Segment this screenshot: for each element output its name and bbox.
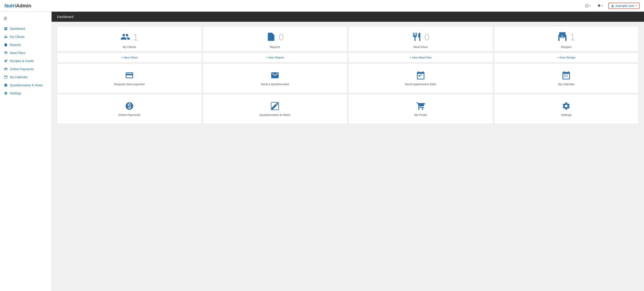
- notes-icon: [4, 84, 8, 87]
- sidebar-label-dashboard: Dashboard: [10, 27, 25, 30]
- envelope-icon: [270, 71, 280, 80]
- sidebar-label-reports: Reports: [10, 43, 21, 47]
- dollar-circle-icon: [125, 102, 134, 110]
- new-report-action[interactable]: + New Report: [203, 52, 348, 62]
- sidebar-item-meal-plans[interactable]: Meal Plans: [0, 49, 51, 57]
- sidebar-label-settings: Settings: [10, 92, 21, 95]
- logo-admin: Admin: [16, 3, 31, 8]
- user-icon: [611, 4, 614, 8]
- send-questionnaire-card[interactable]: Send a Questionnaire: [203, 64, 348, 93]
- meal-plans-label: Meal Plans: [414, 45, 428, 49]
- topnav-right: ? ▾ ▾ example user ▾: [584, 3, 640, 9]
- send-appointment-card[interactable]: Send Appointment Slots: [348, 64, 493, 93]
- settings-action-label: Settings: [561, 113, 572, 116]
- user-menu-button[interactable]: example user ▾: [608, 3, 640, 9]
- recipes-stat-card[interactable]: ✎ 1 Recipes: [494, 26, 639, 52]
- questionnaires-notes-card[interactable]: Questionnaires & Notes: [203, 94, 348, 124]
- action-cards-row2: Request client payment Send a Questionna…: [57, 64, 638, 93]
- my-clients-card-wrapper: 1 My Clients + New Client: [57, 26, 202, 62]
- gear-big-icon: [562, 102, 571, 110]
- calendar-grid-icon: [562, 71, 571, 80]
- meal-plans-stat-card[interactable]: 0 Meal Plans: [348, 26, 493, 52]
- subheader-title: Dashboard: [57, 15, 73, 18]
- my-calendar-action-label: My Calendar: [558, 82, 574, 86]
- sidebar-item-online-payments[interactable]: Online Payments: [0, 65, 51, 73]
- notifications-button[interactable]: ▾: [596, 3, 604, 8]
- sidebar-item-recipes-foods[interactable]: Recipes & Foods: [0, 57, 51, 65]
- subheader: Dashboard: [52, 12, 644, 22]
- my-clients-stat-top: 1: [120, 32, 138, 42]
- my-foods-action-label: My Foods: [414, 113, 427, 116]
- meal-plans-count: 0: [424, 32, 430, 42]
- sidebar-item-my-calendar[interactable]: My Calendar: [0, 73, 51, 81]
- new-meal-plan-action[interactable]: + New Meal Plan: [348, 52, 493, 62]
- recipes-big-icon: ✎: [558, 32, 567, 42]
- my-calendar-card[interactable]: My Calendar: [494, 64, 639, 93]
- svg-rect-3: [6, 27, 7, 28]
- help-button[interactable]: ? ▾: [584, 3, 592, 8]
- cart-icon: [416, 102, 425, 110]
- svg-rect-5: [6, 29, 7, 30]
- my-clients-label: My Clients: [122, 45, 136, 49]
- sidebar-item-my-clients[interactable]: My Clients: [0, 33, 51, 41]
- bell-icon: [597, 4, 601, 8]
- settings-icon: [4, 92, 8, 95]
- new-client-action[interactable]: + New Client: [57, 52, 202, 62]
- new-recipe-action[interactable]: + New Recipe: [494, 52, 639, 62]
- svg-text:✎: ✎: [561, 32, 564, 36]
- sidebar-item-settings[interactable]: Settings: [0, 89, 51, 97]
- sidebar-item-reports[interactable]: Reports: [0, 41, 51, 49]
- clients-icon: [4, 35, 8, 38]
- new-client-action-label: + New Client: [121, 56, 138, 59]
- sidebar-label-recipes-foods: Recipes & Foods: [10, 59, 34, 63]
- calendar-check-icon: [416, 71, 425, 80]
- meal-plans-big-icon: [412, 32, 422, 42]
- request-payment-card[interactable]: Request client payment: [57, 64, 202, 93]
- recipes-card-wrapper: ✎ 1 Recipes + New Recipe: [494, 26, 639, 62]
- clients-big-icon: [120, 32, 130, 42]
- sidebar-label-my-clients: My Clients: [10, 35, 24, 38]
- user-label: example user: [616, 4, 634, 8]
- sidebar-label-meal-plans: Meal Plans: [10, 51, 25, 55]
- recipes-stat-top: ✎ 1: [558, 32, 575, 42]
- reports-stat-icon: [266, 32, 276, 42]
- bell-caret: ▾: [602, 4, 603, 7]
- dashboard-icon: [4, 27, 8, 30]
- help-icon: ?: [585, 4, 588, 8]
- my-clients-stat-card[interactable]: 1 My Clients: [57, 26, 202, 52]
- layout: ☰ Dashboard My Clients Reports Meal Plan…: [0, 12, 644, 291]
- app-logo: NutriAdmin: [4, 3, 32, 9]
- stat-cards-row: 1 My Clients + New Client: [57, 26, 638, 62]
- reports-count: 0: [279, 32, 284, 42]
- recipes-stat-icon: ✎: [558, 32, 567, 42]
- meal-plans-stat-icon: [412, 32, 422, 42]
- settings-card[interactable]: Settings: [494, 94, 639, 124]
- questionnaires-notes-action-label: Questionnaires & Notes: [260, 113, 290, 116]
- svg-rect-2: [4, 27, 6, 28]
- sidebar-label-online-payments: Online Payments: [10, 67, 34, 71]
- top-navbar: NutriAdmin ? ▾ ▾ example user ▾: [0, 0, 644, 12]
- action-cards-row3: Online Payments Questionnaires & Notes M…: [57, 94, 638, 124]
- sidebar-label-my-calendar: My Calendar: [10, 75, 28, 79]
- recipes-label: Recipes: [561, 45, 572, 49]
- new-recipe-action-label: + New Recipe: [557, 56, 576, 59]
- payments-icon: [4, 67, 8, 71]
- my-foods-card[interactable]: My Foods: [348, 94, 493, 124]
- meal-plans-card-wrapper: 0 Meal Plans + New Meal Plan: [348, 26, 493, 62]
- reports-label: Reports: [270, 45, 280, 49]
- sidebar-item-dashboard[interactable]: Dashboard: [0, 25, 51, 33]
- online-payments-card[interactable]: Online Payments: [57, 94, 202, 124]
- credit-card-icon: [125, 71, 134, 80]
- reports-icon: [4, 43, 8, 47]
- reports-stat-card[interactable]: 0 Reports: [203, 26, 348, 52]
- online-payments-action-label: Online Payments: [118, 113, 140, 116]
- svg-text:?: ?: [586, 5, 588, 7]
- reports-big-icon: [266, 32, 276, 42]
- my-clients-count: 1: [133, 32, 138, 42]
- dashboard-rows: 1 My Clients + New Client: [57, 26, 638, 124]
- sidebar: ☰ Dashboard My Clients Reports Meal Plan…: [0, 12, 52, 291]
- meal-plans-stat-top: 0: [412, 32, 430, 42]
- sidebar-item-questionnaires[interactable]: Questionnaires & Notes: [0, 81, 51, 89]
- hamburger-button[interactable]: ☰: [0, 14, 51, 25]
- new-meal-plan-action-label: + New Meal Plan: [410, 56, 432, 59]
